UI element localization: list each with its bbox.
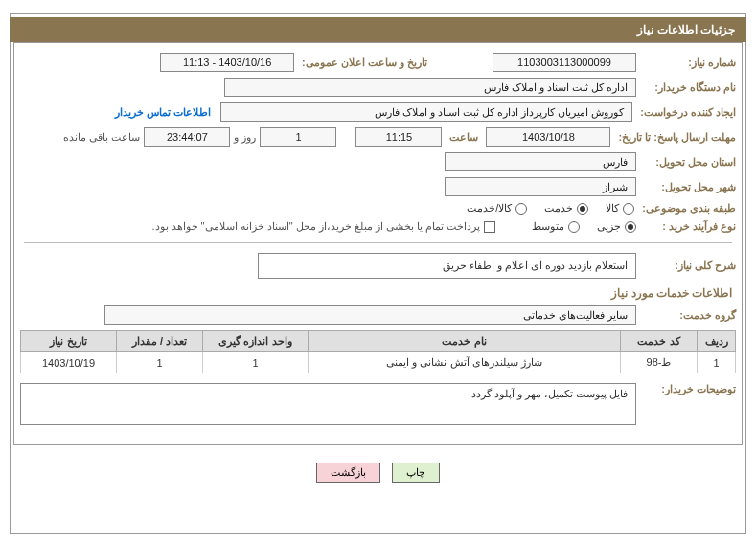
time-word: ساعت [446, 131, 482, 144]
services-table: ردیف کد خدمت نام خدمت واحد اندازه گیری ت… [20, 330, 736, 373]
requester-label: ایجاد کننده درخواست: [636, 106, 736, 119]
announce-value: 1403/10/16 - 11:13 [160, 53, 294, 72]
cell-qty: 1 [117, 352, 203, 373]
buyer-note-label: توضیحات خریدار: [640, 383, 736, 395]
th-qty: تعداد / مقدار [117, 331, 203, 352]
cat-both-radio: کالا/خدمت [467, 202, 527, 215]
delivery-province-label: استان محل تحویل: [640, 156, 736, 169]
back-button[interactable]: بازگشت [316, 463, 380, 483]
th-name: نام خدمت [309, 331, 621, 352]
group-label: گروه خدمت: [640, 309, 736, 322]
table-header-row: ردیف کد خدمت نام خدمت واحد اندازه گیری ت… [21, 331, 736, 352]
button-bar: چاپ بازگشت [0, 455, 756, 492]
radio-icon [577, 203, 588, 215]
announce-label: تاریخ و ساعت اعلان عمومی: [298, 56, 427, 69]
delivery-province: فارس [445, 152, 636, 171]
radio-icon [625, 221, 636, 233]
th-code: کد خدمت [621, 331, 698, 352]
radio-icon [623, 203, 634, 215]
cell-date: 1403/10/19 [21, 352, 117, 373]
table-row: 1 ط-98 شارژ سیلندرهای آتش نشانی و ایمنی … [21, 352, 736, 373]
buyer-org-label: نام دستگاه خریدار: [640, 81, 736, 94]
proc-medium-label: متوسط [532, 220, 564, 233]
cat-goods-radio: کالا [606, 202, 634, 215]
proc-small-label: جزیی [597, 220, 621, 233]
need-number-field: 1103003113000099 [493, 53, 636, 72]
treasury-checkbox [484, 221, 495, 233]
desc-label: شرح کلی نیاز: [640, 260, 736, 272]
cat-service-label: خدمت [544, 202, 573, 215]
page-title: جزئیات اطلاعات نیاز [10, 17, 746, 42]
days-value: 1 [260, 127, 336, 147]
th-idx: ردیف [698, 331, 736, 352]
cell-unit: 1 [203, 352, 309, 373]
buyer-note-text: فایل پیوست تکمیل، مهر و آپلود گردد [20, 383, 636, 425]
remaining-label: ساعت باقی مانده [63, 131, 140, 144]
proc-medium-radio: متوسط [532, 220, 580, 233]
th-unit: واحد اندازه گیری [203, 331, 309, 352]
category-label: طبقه بندی موضوعی: [638, 202, 736, 215]
delivery-city-label: شهر محل تحویل: [640, 181, 736, 193]
cell-code: ط-98 [621, 352, 698, 373]
group-value: سایر فعالیت‌های خدماتی [104, 305, 636, 325]
cell-idx: 1 [698, 352, 736, 373]
remaining-time: 23:44:07 [144, 127, 230, 147]
details-panel: شماره نیاز: 1103003113000099 تاریخ و ساع… [13, 42, 743, 445]
need-number-label: شماره نیاز: [640, 56, 736, 69]
deadline-label: مهلت ارسال پاسخ: تا تاریخ: [614, 131, 736, 144]
cell-name: شارژ سیلندرهای آتش نشانی و ایمنی [309, 352, 621, 373]
cat-service-radio: خدمت [544, 202, 588, 215]
days-and: روز و [234, 131, 256, 144]
th-date: تاریخ نیاز [21, 331, 117, 352]
buyer-org-field: اداره کل ثبت اسناد و املاک فارس [224, 78, 636, 97]
services-title: اطلاعات خدمات مورد نیاز [24, 286, 732, 300]
cat-goods-label: کالا [606, 202, 619, 215]
treasury-note: پرداخت تمام یا بخشی از مبلغ خرید،از محل … [151, 220, 480, 233]
buyer-contact-link[interactable]: اطلاعات تماس خریدار [109, 106, 217, 119]
proc-small-radio: جزیی [597, 220, 636, 233]
desc-text: استعلام بازدید دوره ای اعلام و اطفاء حری… [258, 253, 636, 279]
radio-icon [515, 203, 527, 215]
delivery-city: شیراز [445, 177, 636, 196]
requester-field: کوروش امیریان کارپرداز اداره کل ثبت اسنا… [220, 102, 632, 122]
deadline-date: 1403/10/18 [486, 127, 610, 147]
radio-icon [568, 221, 580, 233]
divider [24, 242, 732, 243]
cat-both-label: کالا/خدمت [467, 202, 512, 215]
proc-type-label: نوع فرآیند خرید : [640, 220, 736, 233]
print-button[interactable]: چاپ [392, 463, 440, 483]
deadline-time: 11:15 [355, 127, 442, 147]
